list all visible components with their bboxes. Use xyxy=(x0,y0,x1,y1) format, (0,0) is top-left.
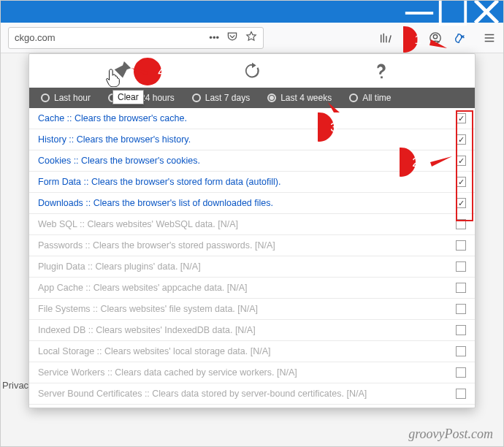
clear-item-checkbox xyxy=(456,261,466,272)
broom-clear-icon[interactable] xyxy=(112,60,134,82)
clear-item-checkbox xyxy=(456,367,466,378)
reload-icon[interactable] xyxy=(241,60,263,82)
time-option-label: Last 4 weeks xyxy=(280,93,332,103)
clear-item-row: Downloads :: Clears the browser's list o… xyxy=(29,193,475,214)
clear-item-checkbox xyxy=(456,283,466,293)
clear-item-checkbox xyxy=(456,240,466,251)
time-option[interactable]: Last 4 weeks xyxy=(263,93,345,103)
time-option-label: Last hour xyxy=(54,93,91,103)
clear-item-row: App Cache :: Clears websites' appcache d… xyxy=(29,278,475,299)
clear-item-label: Passwords :: Clears the browser's stored… xyxy=(38,240,275,251)
clear-item-row: Web SQL :: Clears websites' WebSQL data.… xyxy=(29,214,475,235)
tooltip-clear: Clear xyxy=(112,90,144,104)
clear-item-label: Cache :: Clears the browser's cache. xyxy=(38,113,187,123)
sidebar-icon[interactable] xyxy=(404,31,417,45)
svg-rect-0 xyxy=(405,12,433,15)
clear-item-label: Cookies :: Clears the browser's cookies. xyxy=(38,156,200,166)
clear-item-checkbox xyxy=(456,325,466,335)
close-button[interactable] xyxy=(470,1,503,23)
radio-icon xyxy=(192,93,201,102)
maximize-button[interactable] xyxy=(436,1,470,23)
clear-item-row: Plugin Data :: Clears plugins' data. [N/… xyxy=(29,256,475,278)
clear-item-row: Service Workers :: Clears data cached by… xyxy=(29,362,475,383)
account-icon[interactable] xyxy=(429,31,442,45)
time-option[interactable]: All time xyxy=(345,93,404,103)
clear-item-checkbox xyxy=(456,304,466,314)
help-icon[interactable] xyxy=(370,60,392,82)
window-titlebar xyxy=(1,1,503,23)
url-text: ckgo.com xyxy=(15,32,56,43)
watermark-text: groovyPost.com xyxy=(408,427,493,442)
time-range-radio-group: Last hourLast 24 hoursLast 7 daysLast 4 … xyxy=(29,88,475,108)
clear-item-row: Form Data :: Clears the browser's stored… xyxy=(29,172,475,193)
library-icon[interactable] xyxy=(379,31,392,45)
url-bar[interactable]: ckgo.com ••• xyxy=(8,27,264,49)
clear-item-label: Local Storage :: Clears websites' local … xyxy=(38,346,271,356)
clear-item-row: History :: Clears the browser's history. xyxy=(29,129,475,150)
clear-item-label: Web SQL :: Clears websites' WebSQL data.… xyxy=(38,219,238,229)
clear-item-checkbox xyxy=(456,346,466,356)
clear-item-label: App Cache :: Clears websites' appcache d… xyxy=(38,283,248,293)
clear-item-label: File Systems :: Clears websites' file sy… xyxy=(38,304,258,314)
clear-item-row: Passwords :: Clears the browser's stored… xyxy=(29,235,475,256)
svg-rect-1 xyxy=(440,0,466,24)
background-privacy-text: Privac xyxy=(2,380,28,391)
clear-item-row: Cache :: Clears the browser's cache. xyxy=(29,108,475,129)
time-option[interactable]: Last 7 days xyxy=(188,93,263,103)
clear-item-label: History :: Clears the browser's history. xyxy=(38,134,191,145)
bookmark-star-icon[interactable] xyxy=(245,31,257,45)
clear-item-row: Cookies :: Clears the browser's cookies. xyxy=(29,150,475,172)
radio-icon xyxy=(349,93,358,102)
svg-rect-3 xyxy=(405,33,409,42)
extension-clear-icon[interactable] xyxy=(454,31,467,45)
page-actions-ellipsis-icon[interactable]: ••• xyxy=(209,32,219,43)
radio-icon xyxy=(41,93,50,102)
svg-point-5 xyxy=(433,34,437,38)
time-option-label: Last 7 days xyxy=(205,93,250,103)
radio-icon xyxy=(267,93,276,102)
clear-item-checkbox xyxy=(456,389,466,399)
clear-item-label: Indexed DB :: Clears websites' IndexedDB… xyxy=(38,325,256,335)
clear-data-panel: Last hourLast 24 hoursLast 7 daysLast 4 … xyxy=(28,53,476,408)
clear-item-row: Indexed DB :: Clears websites' IndexedDB… xyxy=(29,320,475,341)
clear-item-row: File Systems :: Clears websites' file sy… xyxy=(29,299,475,320)
clear-item-label: Service Workers :: Clears data cached by… xyxy=(38,367,297,378)
clear-item-row: Server Bound Certificates :: Clears data… xyxy=(29,383,475,405)
annotation-checkbox-frame xyxy=(456,110,473,221)
pocket-icon[interactable] xyxy=(226,31,238,45)
time-option[interactable]: Last hour xyxy=(37,93,104,103)
clear-item-label: Plugin Data :: Clears plugins' data. [N/… xyxy=(38,261,201,272)
clear-item-label: Server Bound Certificates :: Clears data… xyxy=(38,389,367,399)
menu-hamburger-icon[interactable] xyxy=(483,31,496,45)
clear-item-label: Form Data :: Clears the browser's stored… xyxy=(38,177,280,187)
time-option-label: All time xyxy=(362,93,391,103)
clear-item-row: Local Storage :: Clears websites' local … xyxy=(29,341,475,362)
clear-items-list: Cache :: Clears the browser's cache.Hist… xyxy=(29,108,475,405)
clear-item-label: Downloads :: Clears the browser's list o… xyxy=(38,198,273,208)
minimize-button[interactable] xyxy=(402,1,436,23)
